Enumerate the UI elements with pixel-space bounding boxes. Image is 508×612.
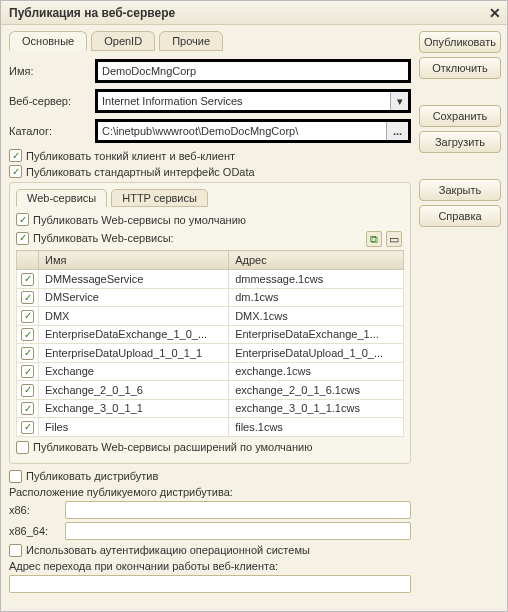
row-name: Exchange_2_0_1_6 — [39, 381, 229, 400]
odata-checkbox[interactable] — [9, 165, 22, 178]
table-row[interactable]: Exchangeexchange.1cws — [17, 362, 404, 381]
row-addr: EnterpriseDataUpload_1_0_... — [229, 344, 404, 363]
osauth-checkbox[interactable] — [9, 544, 22, 557]
row-addr: dm.1cws — [229, 288, 404, 307]
exit-url-input[interactable] — [9, 575, 411, 593]
col-addr[interactable]: Адрес — [229, 251, 404, 270]
catalog-input[interactable]: C:\inetpub\wwwroot\DemoDocMngCorp\ — [98, 125, 386, 137]
row-addr: EnterpriseDataExchange_1... — [229, 325, 404, 344]
tab-main[interactable]: Основные — [9, 31, 87, 51]
row-addr: exchange_3_0_1_1.1cws — [229, 399, 404, 418]
row-name: DMMessageService — [39, 270, 229, 289]
table-row[interactable]: Exchange_2_0_1_6exchange_2_0_1_6.1cws — [17, 381, 404, 400]
table-row[interactable]: EnterpriseDataUpload_1_0_1_1EnterpriseDa… — [17, 344, 404, 363]
pub-ext-checkbox[interactable] — [16, 441, 29, 454]
exit-url-label: Адрес перехода при окончании работы веб-… — [9, 560, 278, 572]
row-checkbox[interactable] — [21, 421, 34, 434]
x86_64-input[interactable] — [65, 522, 411, 540]
chevron-down-icon[interactable]: ▾ — [390, 92, 408, 110]
subtab-http[interactable]: HTTP сервисы — [111, 189, 208, 207]
thinclient-label: Публиковать тонкий клиент и веб-клиент — [26, 150, 235, 162]
load-button[interactable]: Загрузить — [419, 131, 501, 153]
row-checkbox[interactable] — [21, 402, 34, 415]
webserver-value: Internet Information Services — [98, 95, 390, 107]
row-addr: dmmessage.1cws — [229, 270, 404, 289]
close-button[interactable]: Закрыть — [419, 179, 501, 201]
pub-ws-checkbox[interactable] — [16, 232, 29, 245]
x86-input[interactable] — [65, 501, 411, 519]
tab-openid[interactable]: OpenID — [91, 31, 155, 51]
help-button[interactable]: Справка — [419, 205, 501, 227]
subtab-web[interactable]: Web-сервисы — [16, 189, 107, 207]
dist-location-label: Расположение публикуемого дистрибутива: — [9, 486, 233, 498]
table-row[interactable]: DMMessageServicedmmessage.1cws — [17, 270, 404, 289]
row-checkbox[interactable] — [21, 291, 34, 304]
webserver-select[interactable]: Internet Information Services ▾ — [95, 89, 411, 113]
pub-default-checkbox[interactable] — [16, 213, 29, 226]
row-name: EnterpriseDataUpload_1_0_1_1 — [39, 344, 229, 363]
row-checkbox[interactable] — [21, 310, 34, 323]
row-name: DMX — [39, 307, 229, 326]
name-input[interactable]: DemoDocMngCorp — [95, 59, 411, 83]
tab-other[interactable]: Прочие — [159, 31, 223, 51]
catalog-label: Каталог: — [9, 125, 89, 137]
pub-ws-label: Публиковать Web-сервисы: — [33, 232, 174, 244]
table-row[interactable]: Exchange_3_0_1_1exchange_3_0_1_1.1cws — [17, 399, 404, 418]
row-checkbox[interactable] — [21, 365, 34, 378]
row-addr: DMX.1cws — [229, 307, 404, 326]
save-button[interactable]: Сохранить — [419, 105, 501, 127]
pub-dist-checkbox[interactable] — [9, 470, 22, 483]
row-addr: exchange.1cws — [229, 362, 404, 381]
uncheck-all-icon[interactable]: ▭ — [386, 231, 402, 247]
disconnect-button[interactable]: Отключить — [419, 57, 501, 79]
webservices-table: Имя Адрес DMMessageServicedmmessage.1cws… — [16, 250, 404, 437]
publish-button[interactable]: Опубликовать — [419, 31, 501, 53]
col-name[interactable]: Имя — [39, 251, 229, 270]
odata-label: Публиковать стандартный интерфейс OData — [26, 166, 255, 178]
pub-dist-label: Публиковать дистрибутив — [26, 470, 158, 482]
x86-label: x86: — [9, 504, 59, 516]
osauth-label: Использовать аутентификацию операционной… — [26, 544, 310, 556]
row-name: Files — [39, 418, 229, 437]
window-title: Публикация на веб-сервере — [9, 1, 175, 25]
row-checkbox[interactable] — [21, 328, 34, 341]
webserver-label: Веб-сервер: — [9, 95, 89, 107]
row-name: Exchange — [39, 362, 229, 381]
check-all-icon[interactable]: ⧉ — [366, 231, 382, 247]
close-icon[interactable]: ✕ — [489, 1, 501, 25]
table-row[interactable]: EnterpriseDataExchange_1_0_...Enterprise… — [17, 325, 404, 344]
pub-default-label: Публиковать Web-сервисы по умолчанию — [33, 214, 246, 226]
row-checkbox[interactable] — [21, 273, 34, 286]
row-name: DMService — [39, 288, 229, 307]
row-name: EnterpriseDataExchange_1_0_... — [39, 325, 229, 344]
table-row[interactable]: DMServicedm.1cws — [17, 288, 404, 307]
browse-button[interactable]: ... — [386, 122, 408, 140]
table-row[interactable]: DMXDMX.1cws — [17, 307, 404, 326]
row-addr: files.1cws — [229, 418, 404, 437]
thinclient-checkbox[interactable] — [9, 149, 22, 162]
row-addr: exchange_2_0_1_6.1cws — [229, 381, 404, 400]
name-label: Имя: — [9, 65, 89, 77]
table-row[interactable]: Filesfiles.1cws — [17, 418, 404, 437]
pub-ext-label: Публиковать Web-сервисы расширений по ум… — [33, 441, 312, 453]
row-checkbox[interactable] — [21, 347, 34, 360]
x86_64-label: x86_64: — [9, 525, 59, 537]
row-name: Exchange_3_0_1_1 — [39, 399, 229, 418]
row-checkbox[interactable] — [21, 384, 34, 397]
